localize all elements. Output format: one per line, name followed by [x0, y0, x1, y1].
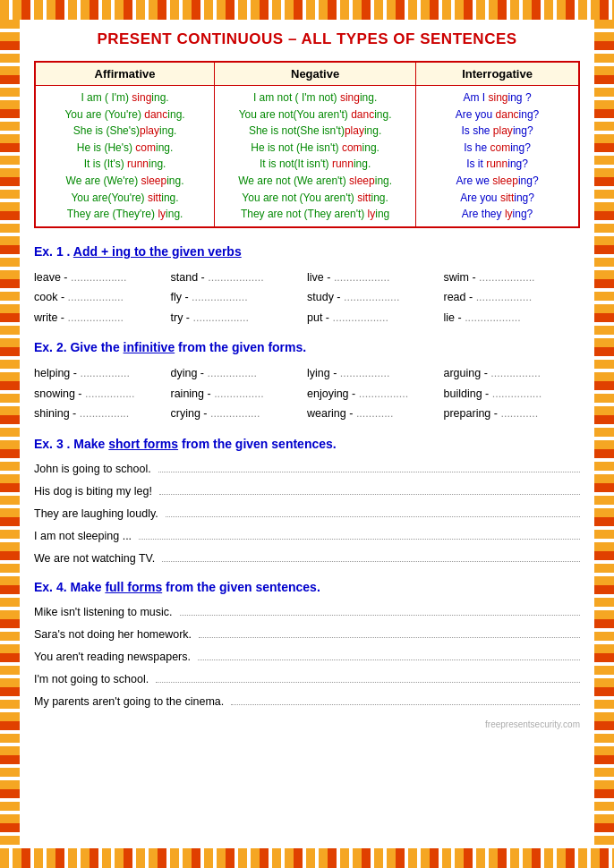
ex2-item: shining - ................: [34, 404, 171, 424]
ex1-item: fly - ..................: [171, 287, 308, 308]
main-content: PRESENT CONTINUOUS – ALL TYPES OF SENTEN…: [20, 20, 594, 848]
grammar-table: Affirmative Negative Interrogative I am …: [34, 61, 580, 228]
affirmative-cell: I am ( I'm) singing. You are (You're) da…: [35, 86, 215, 227]
ex1-item: cook - ..................: [34, 287, 171, 308]
ex1-title: Ex. 1 . Add + ing to the given verbs: [34, 244, 580, 259]
sentence-line: John is going to school.: [34, 460, 580, 478]
right-border: [594, 20, 614, 848]
interrogative-cell: Am I singing ? Are you dancing? Is she p…: [416, 86, 579, 227]
ex3-title: Ex. 3 . Make short forms from the given …: [34, 437, 580, 451]
header-negative: Negative: [215, 62, 416, 86]
ex2-content: helping - ................ dying - .....…: [34, 363, 580, 424]
ex1-item: study - ..................: [307, 287, 444, 308]
ex1-item: live - ..................: [307, 268, 444, 288]
top-border: [0, 0, 614, 20]
ex1-item: put - ..................: [307, 308, 444, 328]
bottom-border: [0, 848, 614, 868]
ex2-item: raining - ................: [171, 384, 308, 404]
sentence-line: They are laughing loudly.: [34, 505, 580, 523]
ex1-item: try - ..................: [171, 308, 308, 328]
ex2-item: lying - ................: [307, 363, 444, 384]
ex2-title: Ex. 2. Give the infinitive from the give…: [34, 340, 580, 354]
ex2-item: building - ................: [444, 384, 581, 404]
header-interrogative: Interrogative: [416, 62, 579, 86]
ex1-item: write - ..................: [34, 308, 171, 328]
ex1-item: leave - ..................: [34, 268, 171, 288]
ex1-item: stand - ..................: [171, 268, 308, 288]
ex4-content: Mike isn't listening to music. Sara's no…: [34, 603, 580, 711]
ex2-item: dying - ................: [171, 363, 308, 384]
sentence-line: Sara's not doing her homework.: [34, 625, 580, 643]
ex2-item: snowing - ................: [34, 384, 171, 404]
ex2-item: crying - ................: [171, 404, 308, 424]
sentence-line: I'm not going to school.: [34, 670, 580, 688]
negative-cell: I am not ( I'm not) singing. You are not…: [215, 86, 416, 227]
ex2-item: helping - ................: [34, 363, 171, 384]
sentence-line: His dog is biting my leg!: [34, 482, 580, 500]
sentence-line: You aren't reading newspapers.: [34, 648, 580, 666]
sentence-line: Mike isn't listening to music.: [34, 603, 580, 621]
ex1-item: lie - ..................: [444, 308, 581, 328]
ex1-item: read - ..................: [444, 287, 581, 308]
page-title: PRESENT CONTINUOUS – ALL TYPES OF SENTEN…: [34, 30, 580, 48]
ex2-item: enjoying - ................: [307, 384, 444, 404]
ex4-title: Ex. 4. Make full forms from the given se…: [34, 580, 580, 594]
sentence-line: We are not watching TV.: [34, 549, 580, 567]
watermark: freepresentsecurity.com: [34, 719, 580, 729]
ex2-item: arguing - ................: [444, 363, 581, 384]
sentence-line: My parents aren't going to the cinema.: [34, 693, 580, 711]
ex1-item: swim - ..................: [444, 268, 581, 288]
ex2-item: preparing - ............: [444, 404, 581, 424]
ex2-item: wearing - ............: [307, 404, 444, 424]
ex1-content: leave - .................. stand - .....…: [34, 268, 580, 328]
header-affirmative: Affirmative: [35, 62, 215, 86]
left-border: [0, 20, 20, 848]
ex3-content: John is going to school. His dog is biti…: [34, 460, 580, 567]
sentence-line: I am not sleeping ...: [34, 527, 580, 545]
